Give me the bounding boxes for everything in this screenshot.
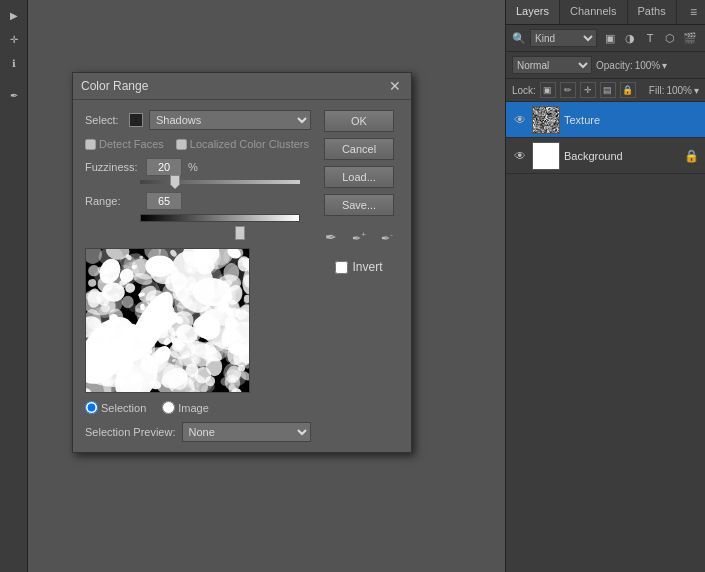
panel-menu-button[interactable]: ≡	[682, 0, 705, 24]
dialog-title: Color Range	[81, 79, 148, 93]
range-thumb[interactable]	[235, 226, 245, 240]
filter-icons: ▣ ◑ T ⬡ 🎬	[601, 29, 699, 47]
layer-visibility-background[interactable]: 👁	[512, 148, 528, 164]
color-range-dialog: Color Range ✕ Select: Shadows Highlights…	[72, 72, 412, 453]
lock-transparent-btn[interactable]: ▣	[540, 82, 556, 98]
fuzziness-thumb[interactable]	[170, 175, 180, 189]
selection-radio-text: Selection	[101, 402, 146, 414]
left-area: Color Range ✕ Select: Shadows Highlights…	[28, 0, 505, 572]
dialog-left-column: Select: Shadows Highlights Midtones Dete…	[85, 110, 311, 442]
filter-bar: 🔍 Kind ▣ ◑ T ⬡ 🎬	[506, 25, 705, 52]
dialog-right-column: OK Cancel Load... Save... ✒ ✒+ ✒- Invert	[319, 110, 399, 442]
lock-artboard-btn[interactable]: ▤	[600, 82, 616, 98]
blend-bar: Normal Multiply Screen Opacity: 100% ▾	[506, 52, 705, 79]
image-radio[interactable]	[162, 401, 175, 414]
invert-checkbox[interactable]	[335, 261, 348, 274]
layers-panel: Layers Channels Paths ≡ 🔍 Kind ▣ ◑ T ⬡ 🎬…	[505, 0, 705, 572]
fill-label: Fill:	[649, 85, 665, 96]
range-slider-wrap	[85, 214, 311, 240]
tool-strip: ▶ ✛ ℹ ✒	[0, 0, 28, 572]
sel-preview-label: Selection Preview:	[85, 426, 176, 438]
load-button[interactable]: Load...	[324, 166, 394, 188]
layer-name-texture: Texture	[564, 114, 699, 126]
layer-name-background: Background	[564, 150, 680, 162]
invert-label: Invert	[352, 260, 382, 274]
checkbox-row: Detect Faces Localized Color Clusters	[85, 138, 311, 150]
range-gradient-bar	[140, 214, 300, 222]
fill-chevron: ▾	[694, 85, 699, 96]
lock-paint-btn[interactable]: ✏	[560, 82, 576, 98]
range-input[interactable]	[146, 192, 182, 210]
lock-all-btn[interactable]: 🔒	[620, 82, 636, 98]
dialog-titlebar: Color Range ✕	[73, 73, 411, 100]
save-button[interactable]: Save...	[324, 194, 394, 216]
eyedropper-row: ✒ ✒+ ✒-	[320, 226, 398, 248]
range-row: Range:	[85, 192, 311, 210]
fuzziness-label: Fuzziness:	[85, 161, 140, 173]
select-row: Select: Shadows Highlights Midtones	[85, 110, 311, 130]
layer-thumb-background	[532, 142, 560, 170]
filter-shape-btn[interactable]: ⬡	[661, 29, 679, 47]
layer-lock-icon-background: 🔒	[684, 149, 699, 163]
sel-preview-dropdown[interactable]: None Grayscale Black Matte White Matte Q…	[182, 422, 312, 442]
radio-row: Selection Image	[85, 401, 311, 414]
tab-paths[interactable]: Paths	[628, 0, 677, 24]
panel-tabs: Layers Channels Paths ≡	[506, 0, 705, 25]
invert-row: Invert	[335, 260, 382, 274]
lock-move-btn[interactable]: ✛	[580, 82, 596, 98]
layer-item-texture[interactable]: 👁 Texture	[506, 102, 705, 138]
tool-move[interactable]: ✛	[3, 28, 25, 50]
select-dropdown[interactable]: Shadows Highlights Midtones	[149, 110, 311, 130]
lock-bar: Lock: ▣ ✏ ✛ ▤ 🔒 Fill: 100% ▾	[506, 79, 705, 102]
tool-play[interactable]: ▶	[3, 4, 25, 26]
color-swatch	[129, 113, 143, 127]
selection-radio[interactable]	[85, 401, 98, 414]
cancel-button[interactable]: Cancel	[324, 138, 394, 160]
range-slider-track[interactable]	[140, 226, 300, 240]
image-radio-text: Image	[178, 402, 209, 414]
detect-faces-checkbox-label[interactable]: Detect Faces	[85, 138, 164, 150]
opacity-value: 100%	[635, 60, 661, 71]
main-area: ▶ ✛ ℹ ✒ Color Range ✕ Select: Shadow	[0, 0, 705, 572]
layer-visibility-texture[interactable]: 👁	[512, 112, 528, 128]
tab-layers[interactable]: Layers	[506, 0, 560, 24]
select-label: Select:	[85, 114, 123, 126]
fuzziness-unit: %	[188, 161, 198, 173]
layer-item-background[interactable]: 👁 Background 🔒	[506, 138, 705, 174]
opacity-label: Opacity:	[596, 60, 633, 71]
localized-checkbox[interactable]	[176, 139, 187, 150]
fuzziness-track[interactable]	[140, 180, 300, 184]
filter-adjustment-btn[interactable]: ◑	[621, 29, 639, 47]
sel-preview-row: Selection Preview: None Grayscale Black …	[85, 422, 311, 442]
detect-faces-label: Detect Faces	[99, 138, 164, 150]
selection-radio-label[interactable]: Selection	[85, 401, 146, 414]
ok-button[interactable]: OK	[324, 110, 394, 132]
filter-smart-btn[interactable]: 🎬	[681, 29, 699, 47]
localized-label: Localized Color Clusters	[190, 138, 309, 150]
filter-kind-dropdown[interactable]: Kind	[530, 29, 597, 47]
detect-faces-checkbox[interactable]	[85, 139, 96, 150]
eyedropper-add-button[interactable]: ✒+	[348, 226, 370, 248]
eyedropper-sub-button[interactable]: ✒-	[376, 226, 398, 248]
filter-type-btn[interactable]: T	[641, 29, 659, 47]
opacity-chevron: ▾	[662, 60, 667, 71]
opacity-row: Opacity: 100% ▾	[596, 60, 667, 71]
tool-info[interactable]: ℹ	[3, 52, 25, 74]
fuzziness-input[interactable]	[146, 158, 182, 176]
tool-pipette[interactable]: ✒	[3, 84, 25, 106]
tab-channels[interactable]: Channels	[560, 0, 627, 24]
preview-canvas	[86, 249, 250, 393]
fill-value: 100%	[666, 85, 692, 96]
dialog-close-button[interactable]: ✕	[387, 79, 403, 93]
range-label: Range:	[85, 195, 140, 207]
search-icon: 🔍	[512, 32, 526, 45]
fuzziness-row: Fuzziness: %	[85, 158, 311, 176]
localized-checkbox-label[interactable]: Localized Color Clusters	[176, 138, 309, 150]
lock-label: Lock:	[512, 85, 536, 96]
eyedropper-button[interactable]: ✒	[320, 226, 342, 248]
blend-mode-dropdown[interactable]: Normal Multiply Screen	[512, 56, 592, 74]
fuzziness-slider-wrap	[85, 180, 311, 184]
filter-pixel-btn[interactable]: ▣	[601, 29, 619, 47]
image-radio-label[interactable]: Image	[162, 401, 209, 414]
dialog-body: Select: Shadows Highlights Midtones Dete…	[73, 100, 411, 452]
